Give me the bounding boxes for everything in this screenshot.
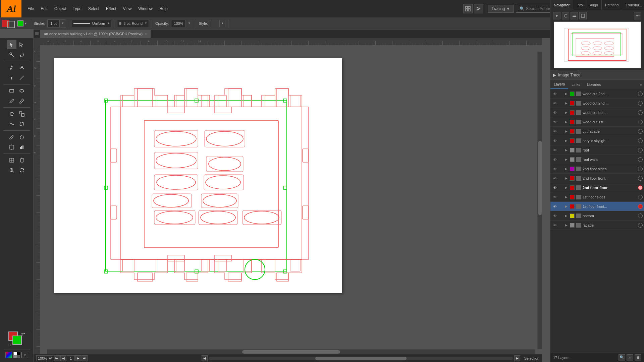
layer-acrylic-skylight[interactable]: 👁 ▶ acrylic skyligh... <box>550 136 644 145</box>
layer-visibility-icon[interactable]: 👁 <box>552 147 558 153</box>
stroke-weight-input[interactable] <box>48 20 60 27</box>
layer-expand-arrow[interactable]: ▶ <box>564 138 569 143</box>
bar-chart-tool[interactable] <box>17 142 26 152</box>
layer-target-circle[interactable] <box>638 148 643 153</box>
prev-page-btn[interactable]: ◀ <box>60 355 66 361</box>
layer-2nd-floor-front[interactable]: 👁 ▶ 2nd floor front... <box>550 174 644 183</box>
layers-options-btn[interactable]: ≡ <box>638 82 644 86</box>
pathfind-tab[interactable]: Pathfind <box>602 0 622 10</box>
swap-colors[interactable]: ⇄ <box>21 331 25 337</box>
free-transform-tool[interactable] <box>17 119 26 129</box>
document-tab[interactable]: art deco terrain building v1.ai* @ 100% … <box>40 30 151 38</box>
pen-tool[interactable] <box>7 63 16 72</box>
layer-expand-arrow[interactable]: ▶ <box>564 157 569 162</box>
layer-2nd-floor-sides[interactable]: 👁 ▶ 2nd floor sides <box>550 164 644 174</box>
layer-expand-arrow[interactable]: ▶ <box>564 110 569 115</box>
align-tab[interactable]: Align <box>586 0 601 10</box>
rotate-tool[interactable] <box>7 109 16 119</box>
menu-window[interactable]: Window <box>135 0 156 17</box>
eyedropper-tool[interactable] <box>7 132 16 142</box>
zoom-tool[interactable] <box>7 166 16 175</box>
scale-tool[interactable] <box>17 109 26 119</box>
layer-wood-cut-bottom[interactable]: 👁 ▶ wood cut bott... <box>550 108 644 117</box>
paintbrush-tool[interactable] <box>7 96 16 106</box>
reset-colors[interactable]: □ <box>8 343 11 347</box>
layer-1st-floor-front[interactable]: 👁 ▶ 1st floor front... <box>550 202 644 211</box>
stroke-color-box[interactable] <box>7 21 15 28</box>
type-tool[interactable]: T <box>7 73 16 82</box>
menu-effect[interactable]: Effect <box>103 0 119 17</box>
last-page-btn[interactable]: ⏭ <box>82 355 88 361</box>
layer-visibility-icon[interactable]: 👁 <box>552 128 558 134</box>
h-scroll-bar[interactable] <box>209 357 513 360</box>
layer-expand-arrow[interactable]: ▶ <box>564 120 569 124</box>
layer-2nd-floor-floor[interactable]: 👁 ▶ 2nd floor floor <box>550 183 644 192</box>
layer-expand-arrow[interactable]: ▶ <box>564 101 569 106</box>
layer-expand-arrow[interactable]: ▶ <box>564 185 569 190</box>
layer-target-circle[interactable] <box>638 214 643 218</box>
pencil-tool[interactable] <box>17 96 26 106</box>
layer-target-circle[interactable] <box>638 204 643 209</box>
first-page-btn[interactable]: ⏮ <box>54 355 60 361</box>
layer-expand-arrow[interactable]: ▶ <box>564 92 569 96</box>
layer-target-circle[interactable] <box>638 92 643 96</box>
delete-layer-btn[interactable]: 🗑 <box>635 354 641 361</box>
image-trace-header[interactable]: ▶ Image Trace <box>550 70 644 80</box>
stroke-swatch[interactable] <box>12 336 22 345</box>
layer-wood-cut-2nd-top[interactable]: 👁 ▶ wood cut 2nd... <box>550 89 644 99</box>
layer-cut-facade[interactable]: 👁 ▶ cut facade <box>550 127 644 136</box>
add-layer-btn[interactable]: + <box>627 354 633 361</box>
fill-indicator[interactable] <box>17 20 23 26</box>
layer-target-circle[interactable] <box>638 138 643 143</box>
opacity-input[interactable] <box>171 20 186 27</box>
tab-close-button[interactable]: × <box>145 32 147 36</box>
nav-layers-btn[interactable] <box>571 12 578 19</box>
horizontal-scrollbar[interactable] <box>47 349 535 354</box>
layer-visibility-icon[interactable]: 👁 <box>552 203 558 209</box>
layer-visibility-icon[interactable]: 👁 <box>552 175 558 181</box>
nav-more-btn[interactable] <box>634 12 641 19</box>
menu-edit[interactable]: Edit <box>37 0 51 17</box>
menu-select[interactable]: Select <box>85 0 103 17</box>
layer-expand-arrow[interactable]: ▶ <box>564 176 569 181</box>
line-tool[interactable] <box>17 73 26 82</box>
artboard-tool[interactable] <box>7 142 16 152</box>
layer-visibility-icon[interactable]: 👁 <box>552 157 558 163</box>
stroke-style-selector[interactable]: Uniform ▼ <box>72 20 111 27</box>
gradient-mode-btn[interactable] <box>13 352 20 358</box>
links-tab[interactable]: Links <box>568 80 584 89</box>
layer-target-circle[interactable] <box>638 185 643 190</box>
layer-visibility-icon[interactable]: 👁 <box>552 222 558 228</box>
canvas-area[interactable]: -4 -2 0 2 4 6 8 10 12 14 -4 -2 0 2 4 6 8 <box>34 38 542 354</box>
page-input[interactable] <box>67 355 75 361</box>
layer-visibility-icon[interactable]: 👁 <box>552 166 558 172</box>
layer-target-circle[interactable] <box>638 176 643 181</box>
info-tab[interactable]: Info <box>573 0 586 10</box>
selection-tool[interactable] <box>7 40 16 49</box>
layer-expand-arrow[interactable]: ▶ <box>564 148 569 153</box>
direct-selection-tool[interactable] <box>17 40 26 49</box>
layer-target-circle[interactable] <box>638 120 643 124</box>
layer-bottom[interactable]: 👁 ▶ bottom <box>550 211 644 221</box>
scroll-thumb-h[interactable] <box>242 350 340 354</box>
libraries-tab[interactable]: Libraries <box>584 80 604 89</box>
opacity-dropdown[interactable]: ▼ <box>186 20 192 27</box>
nav-box-btn[interactable] <box>579 12 587 19</box>
nav-hand-btn[interactable] <box>562 12 569 19</box>
layer-expand-arrow[interactable]: ▶ <box>564 167 569 171</box>
layer-roof[interactable]: 👁 ▶ roof <box>550 145 644 155</box>
layer-roof-walls[interactable]: 👁 ▶ roof walls <box>550 155 644 164</box>
layer-expand-arrow[interactable]: ▶ <box>564 195 569 199</box>
tab-list-icon[interactable] <box>34 30 40 38</box>
scroll-left-btn[interactable]: ◀ <box>202 355 208 361</box>
menu-object[interactable]: Object <box>51 0 69 17</box>
layer-target-circle[interactable] <box>638 167 643 171</box>
cap-style-dropdown[interactable]: ▼ <box>145 22 147 25</box>
zoom-select[interactable]: 100% <box>36 355 53 361</box>
layer-target-circle[interactable] <box>638 129 643 134</box>
layer-visibility-icon[interactable]: 👁 <box>552 91 558 97</box>
layer-target-circle[interactable] <box>638 223 643 228</box>
style-dropdown[interactable]: ▼ <box>219 20 225 27</box>
cap-style-selector[interactable]: 3 pt. Round ▼ <box>117 20 149 27</box>
nav-play-btn[interactable] <box>553 12 560 19</box>
